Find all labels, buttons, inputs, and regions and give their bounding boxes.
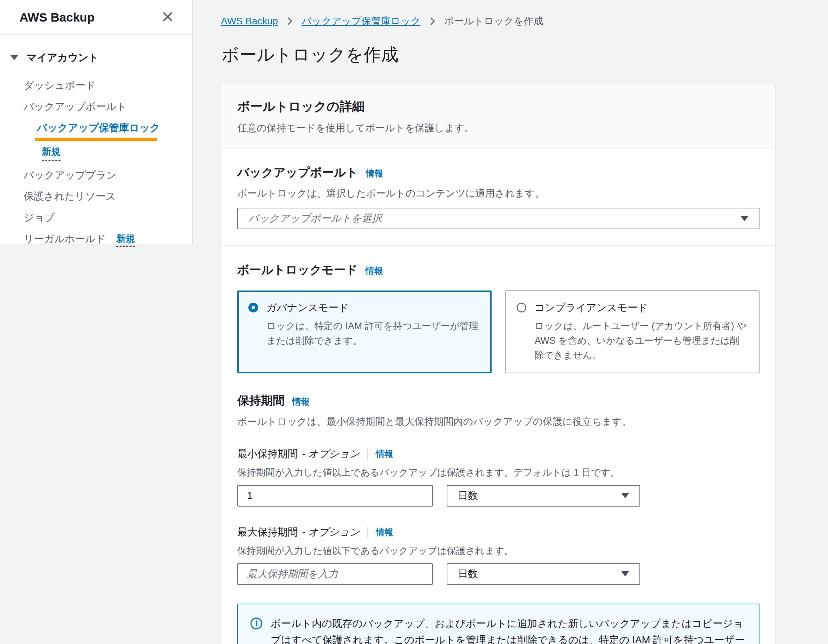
max-retention-label: 最大保持期間 [237,525,298,539]
label-divider [367,527,368,538]
max-retention-optional-suffix: - オプション [302,525,360,539]
vault-lock-mode-heading: ボールトロックモード [237,262,358,278]
breadcrumb-separator-icon [430,16,435,26]
chevron-down-icon [11,55,18,60]
sidebar-item-label: リーガルホールド [24,233,106,244]
chevron-down-icon [741,216,748,221]
chevron-down-icon [621,571,629,577]
governance-mode-description: ロックは、特定の IAM 許可を持つユーザーが管理または削除できます。 [267,319,480,348]
section-divider [221,245,775,246]
max-retention-unit-value: 日数 [458,567,478,581]
active-item-highlight [35,138,157,141]
sidebar-item-backup-vault-lock[interactable]: バックアップ保管庫ロック [0,122,192,133]
compliance-mode-description: ロックは、ルートユーザー (アカウント所有者) や AWS を含め、いかなるユー… [535,319,749,363]
min-retention-label: 最小保持期間 [237,447,298,461]
backup-vault-heading: バックアップボールト [237,165,358,180]
min-retention-unit-value: 日数 [458,489,478,503]
max-retention-unit-select[interactable]: 日数 [447,563,640,585]
sidebar-section-label: マイアカウント [27,51,99,65]
sidebar-header: AWS Backup [0,0,192,35]
sidebar-item-dashboard[interactable]: ダッシュボード [0,80,192,91]
retention-period-section: 保持期間 情報 ボールトロックは、最小保持期間と最大保持期間内のバックアップの保… [237,393,759,585]
max-retention-row: 日数 [237,563,759,585]
card-body: バックアップボールト 情報 ボールトロックは、選択したボールトのコンテンツに適用… [221,149,775,644]
sidebar-item-legal-holds[interactable]: リーガルホールド 新規 [0,233,192,247]
vault-lock-mode-info-link[interactable]: 情報 [365,265,383,277]
sidebar-item-protected-resources[interactable]: 保護されたリソース [0,191,192,201]
max-retention-input[interactable] [237,563,433,585]
sidebar-section-my-account[interactable]: マイアカウント [0,51,192,65]
label-divider [367,448,368,460]
info-alert: i ボールト内の既存のバックアップ、およびボールトに追加された新しいバックアップ… [237,604,759,644]
aws-backup-console-page: AWS Backup マイアカウント ダッシュボード バックアップボールト バッ… [0,0,828,644]
vault-lock-mode-section: ボールトロックモード 情報 ガバナンスモード ロックは、特定の IAM 許可を持… [237,262,759,373]
close-icon [162,11,174,24]
min-retention-input[interactable] [237,485,433,506]
vault-lock-details-card: ボールトロックの詳細 任意の保持モードを使用してボールトを保護します。 バックア… [221,84,776,644]
card-subtitle: 任意の保持モードを使用してボールトを保護します。 [237,121,759,135]
max-retention-label-row: 最大保持期間 - オプション 情報 [237,525,759,539]
backup-vault-select-placeholder: バックアップボールトを選択 [248,212,382,226]
breadcrumb-link-aws-backup[interactable]: AWS Backup [221,16,278,27]
breadcrumb-current: ボールトロックを作成 [444,15,543,28]
radio-selected-icon[interactable] [248,303,258,312]
compliance-mode-tile[interactable]: コンプライアンスモード ロックは、ルートユーザー (アカウント所有者) や AW… [505,290,760,373]
card-title: ボールトロックの詳細 [237,98,759,115]
min-retention-optional-suffix: - オプション [302,447,360,461]
info-icon: i [251,617,262,629]
backup-vault-info-link[interactable]: 情報 [365,168,383,179]
breadcrumb-separator-icon [287,16,293,26]
backup-vault-select[interactable]: バックアップボールトを選択 [237,208,759,229]
max-retention-info-link[interactable]: 情報 [376,526,393,538]
chevron-down-icon [621,493,629,498]
sidebar-nav: マイアカウント ダッシュボード バックアップボールト バックアップ保管庫ロック … [0,35,192,247]
compliance-mode-label: コンプライアンスモード [535,301,749,315]
card-header: ボールトロックの詳細 任意の保持モードを使用してボールトを保護します。 [221,84,775,149]
radio-unselected-icon[interactable] [517,303,526,312]
info-alert-text: ボールト内の既存のバックアップ、およびボールトに追加された新しいバックアップまた… [271,618,745,644]
breadcrumb-link-vault-lock[interactable]: バックアップ保管庫ロック [302,15,420,28]
min-retention-info-link[interactable]: 情報 [376,448,393,460]
sidebar: AWS Backup マイアカウント ダッシュボード バックアップボールト バッ… [0,0,193,244]
sidebar-title: AWS Backup [19,11,95,24]
sidebar-close-button[interactable] [161,11,174,24]
sidebar-item-backup-vaults[interactable]: バックアップボールト [0,101,192,112]
new-badge: 新規 [116,233,135,247]
min-retention-row: 日数 [237,485,759,506]
min-retention-description: 保持期間が入力した値以上であるバックアップは保護されます。デフォルトは 1 日で… [237,466,759,479]
min-retention-unit-select[interactable]: 日数 [447,485,640,506]
sidebar-item-vault-lock-new-row: 新規 [0,146,192,161]
max-retention-description: 保持期間が入力した値以下であるバックアップは保護されます。 [237,544,759,557]
main-content: AWS Backup バックアップ保管庫ロック ボールトロックを作成 ボールトロ… [193,0,828,644]
retention-period-description: ボールトロックは、最小保持期間と最大保持期間内のバックアップの保護に役立ちます。 [237,415,759,428]
page-title: ボールトロックを作成 [222,43,776,66]
breadcrumb: AWS Backup バックアップ保管庫ロック ボールトロックを作成 [221,15,776,28]
retention-period-info-link[interactable]: 情報 [292,396,310,407]
sidebar-item-backup-plans[interactable]: バックアッププラン [0,170,192,180]
governance-mode-label: ガバナンスモード [267,301,480,315]
sidebar-item-jobs[interactable]: ジョブ [0,212,192,223]
new-badge: 新規 [42,146,61,161]
retention-period-heading: 保持期間 [237,393,285,409]
backup-vault-description: ボールトロックは、選択したボールトのコンテンツに適用されます。 [237,187,759,200]
backup-vault-section: バックアップボールト 情報 ボールトロックは、選択したボールトのコンテンツに適用… [237,165,759,229]
governance-mode-tile[interactable]: ガバナンスモード ロックは、特定の IAM 許可を持つユーザーが管理または削除で… [237,290,492,373]
min-retention-label-row: 最小保持期間 - オプション 情報 [237,447,759,461]
